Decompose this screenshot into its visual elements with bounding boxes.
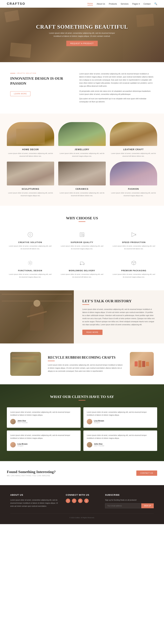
testimonial-text-4: Lorem ipsum dolor sit amet, consectetur … bbox=[87, 434, 154, 440]
testimonial-card-3: Lorem ipsum dolor sit amet, consectetur … bbox=[7, 430, 81, 451]
hero-section: CRAFT SOMETHING BEAUTIFUL Lorem ipsum do… bbox=[0, 8, 164, 62]
nav-home[interactable]: Home bbox=[88, 2, 93, 6]
recycle-description: Lorem ipsum dolor sit amet, consectetur … bbox=[48, 364, 123, 373]
avatar-2 bbox=[87, 419, 92, 424]
facebook-icon[interactable]: f bbox=[66, 498, 70, 503]
category-desc-fashion: Lorem ipsum dolor sit amet, consectetur … bbox=[110, 192, 157, 197]
author-name-2: Lisa Brown bbox=[94, 420, 104, 422]
footer-about-text: Lorem ipsum dolor sit amet, consectetur … bbox=[10, 498, 59, 508]
svg-point-0 bbox=[28, 232, 33, 237]
testimonial-text-1: Lorem ipsum dolor sit amet, consectetur … bbox=[10, 411, 77, 416]
cta-text: Found Something Interesting? WE CAN MAKE… bbox=[7, 470, 56, 476]
about-tag: CRAFTS SOLUTION bbox=[17, 72, 36, 74]
why-desc-delivery: Lorem ipsum dolor sit amet, consectetur … bbox=[60, 273, 104, 278]
footer-about-title: ABOUT US bbox=[10, 494, 59, 496]
why-title-functional: FUNCTIONAL DESIGN bbox=[9, 270, 52, 272]
recycle-section: RECYCLE RUBBISH BECOMING CRAFTS Lorem ip… bbox=[0, 344, 164, 384]
category-desc-jewellery: Lorem ipsum dolor sit amet, consectetur … bbox=[58, 152, 106, 158]
category-card-fashion[interactable]: FASHION Lorem ipsum dolor sit amet, cons… bbox=[110, 162, 157, 197]
category-desc-leather: Lorem ipsum dolor sit amet, consectetur … bbox=[110, 152, 157, 158]
category-card-home-decor[interactable]: HOME DECOR Lorem ipsum dolor sit amet, c… bbox=[7, 122, 54, 158]
avatar-1 bbox=[10, 419, 16, 424]
why-item-delivery: WORLDWIDE DELIVERY Lorem ipsum dolor sit… bbox=[59, 257, 105, 280]
category-title-jewellery: JEWELLERY bbox=[58, 148, 106, 151]
recycle-content: RECYCLE RUBBISH BECOMING CRAFTS Lorem ip… bbox=[48, 355, 123, 373]
about-title: INNOVATIVE DESIGN IS OUR PASSION bbox=[10, 76, 72, 86]
request-product-button[interactable]: REQUEST A PRODUCT bbox=[66, 41, 98, 46]
recycle-image-left bbox=[10, 352, 41, 376]
category-image-jewellery bbox=[58, 122, 106, 146]
navbar: CRAFTSO Home About Us Products Services … bbox=[0, 0, 164, 8]
why-title-creative: CREATIVE SOLUTION bbox=[9, 241, 52, 243]
why-item-speed: SPEED PRODUCTION Lorem ipsum dolor sit a… bbox=[111, 229, 157, 252]
category-image-sculpturing bbox=[7, 162, 54, 186]
cta-title: Found Something Interesting? bbox=[7, 470, 56, 474]
avatar-3 bbox=[10, 442, 16, 448]
subscribe-button[interactable]: SIGN UP bbox=[141, 503, 154, 508]
footer-subscribe-title: SUBSCRIBE bbox=[105, 494, 154, 496]
why-item-functional: FUNCTIONAL DESIGN Lorem ipsum dolor sit … bbox=[7, 257, 53, 280]
superior-quality-icon bbox=[78, 230, 86, 239]
why-desc-packaging: Lorem ipsum dolor sit amet, consectetur … bbox=[112, 273, 155, 278]
why-item-creative: CREATIVE SOLUTION Lorem ipsum dolor sit … bbox=[7, 229, 53, 252]
testimonial-card-1: Lorem ipsum dolor sit amet, consectetur … bbox=[7, 407, 81, 428]
why-item-packaging: PREMIUM PACKAGING Lorem ipsum dolor sit … bbox=[111, 257, 157, 280]
why-item-quality: SUPERIOR QUALITY Lorem ipsum dolor sit a… bbox=[59, 229, 105, 252]
footer-connect-title: CONNECT WITH US bbox=[66, 494, 98, 496]
avatar-4 bbox=[87, 442, 92, 448]
category-image-leather bbox=[110, 122, 157, 146]
pinterest-icon[interactable]: p bbox=[84, 498, 89, 503]
cta-subtitle: WE CAN MAKE ANYTHING YOU CAN IMAGINE bbox=[7, 475, 56, 476]
author-name-1: John Doe bbox=[17, 420, 28, 422]
contact-us-button[interactable]: CONTACT US bbox=[136, 470, 157, 476]
author-title-2: Designer bbox=[94, 422, 104, 424]
nav-logo[interactable]: CRAFTSO bbox=[7, 2, 25, 6]
about-description: Lorem ipsum dolor sit amet, consectetur … bbox=[79, 72, 154, 88]
category-image-fashion bbox=[110, 162, 157, 186]
category-image-home-decor bbox=[7, 122, 54, 146]
subscribe-email-input[interactable] bbox=[105, 503, 141, 508]
author-name-4: John Doe bbox=[94, 443, 104, 445]
nav-services[interactable]: Services bbox=[121, 3, 128, 5]
category-card-leather[interactable]: LEATHER CRAFT Lorem ipsum dolor sit amet… bbox=[110, 122, 157, 158]
why-title: WHY CHOOSE US bbox=[7, 216, 157, 220]
category-card-ceramics[interactable]: CERAMICS Lorem ipsum dolor sit amet, con… bbox=[58, 162, 106, 197]
category-card-sculpturing[interactable]: SCULPTURING Lorem ipsum dolor sit amet, … bbox=[7, 162, 54, 197]
why-title-delivery: WORLDWIDE DELIVERY bbox=[60, 270, 104, 272]
instagram-icon[interactable]: in bbox=[78, 498, 83, 503]
category-title-leather: LEATHER CRAFT bbox=[110, 148, 157, 151]
search-icon[interactable]: 🔍 bbox=[154, 2, 157, 5]
why-title-packaging: PREMIUM PACKAGING bbox=[112, 270, 155, 272]
functional-design-icon bbox=[26, 259, 35, 267]
creative-solution-icon bbox=[26, 230, 35, 239]
categories-section: HOME DECOR Lorem ipsum dolor sit amet, c… bbox=[0, 114, 164, 206]
testimonial-text-3: Lorem ipsum dolor sit amet, consectetur … bbox=[10, 434, 77, 440]
testimonial-card-4: Lorem ipsum dolor sit amet, consectetur … bbox=[83, 430, 157, 451]
why-desc-speed: Lorem ipsum dolor sit amet, consectetur … bbox=[112, 245, 155, 250]
hero-title: CRAFT SOMETHING BEAUTIFUL bbox=[36, 24, 128, 30]
svg-point-2 bbox=[83, 235, 84, 236]
why-desc-functional: Lorem ipsum dolor sit amet, consectetur … bbox=[9, 273, 52, 278]
footer-bottom: © 2023 Craftso. All Rights Reserved. bbox=[10, 514, 154, 519]
why-desc-quality: Lorem ipsum dolor sit amet, consectetur … bbox=[60, 245, 104, 250]
twitter-icon[interactable]: t bbox=[72, 498, 76, 503]
nav-products[interactable]: Products bbox=[109, 3, 117, 5]
footer-social-links: f t in p bbox=[66, 498, 98, 503]
author-title-3: Designer bbox=[17, 445, 28, 447]
svg-point-7 bbox=[83, 264, 84, 265]
category-card-jewellery[interactable]: JEWELLERY Lorem ipsum dolor sit amet, co… bbox=[58, 122, 106, 158]
author-title-1: CEO / Founder bbox=[17, 422, 28, 424]
worldwide-delivery-icon bbox=[78, 259, 86, 267]
history-image bbox=[0, 290, 74, 344]
author-title-4: CEO / Founder bbox=[94, 445, 104, 447]
category-title-home-decor: HOME DECOR bbox=[7, 148, 54, 151]
nav-about[interactable]: About Us bbox=[97, 3, 105, 5]
read-more-button[interactable]: READ MORE bbox=[82, 330, 103, 335]
svg-marker-3 bbox=[132, 232, 136, 237]
footer: ABOUT US Lorem ipsum dolor sit amet, con… bbox=[0, 485, 164, 524]
nav-contact[interactable]: Contact bbox=[143, 3, 150, 5]
nav-pages[interactable]: Pages ▾ bbox=[132, 3, 140, 5]
footer-connect: CONNECT WITH US f t in p bbox=[66, 494, 98, 508]
svg-point-6 bbox=[80, 264, 81, 265]
learn-more-button[interactable]: LEARN MORE bbox=[10, 91, 30, 96]
